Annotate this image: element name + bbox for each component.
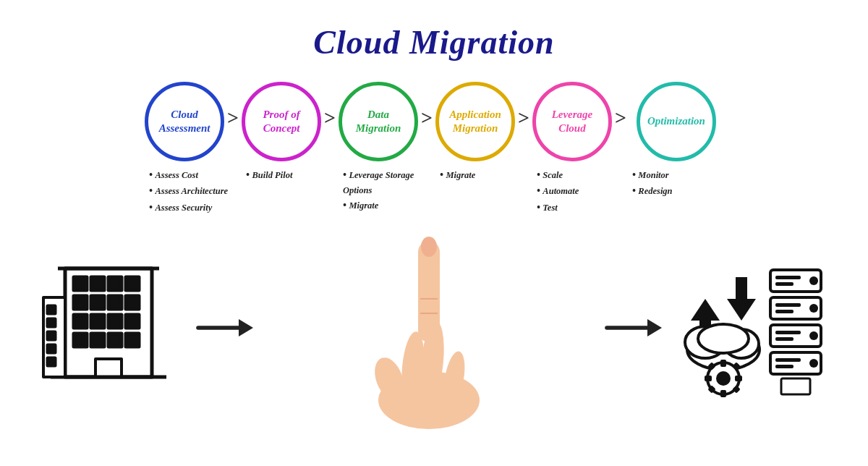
bullets-leverage-cloud: Scale Automate Test: [534, 167, 628, 216]
arrow-2: >: [324, 106, 336, 130]
step-proof-of-concept: Proof ofConcept > Build Pilot: [242, 82, 339, 211]
arrow-1: >: [227, 106, 239, 130]
svg-rect-49: [720, 360, 726, 367]
bullets-optimization: Monitor Redesign: [629, 167, 723, 211]
arrow-5: >: [615, 106, 626, 130]
svg-point-48: [716, 371, 731, 386]
bottom-section: [0, 219, 868, 429]
svg-rect-22: [48, 319, 55, 326]
svg-point-58: [809, 276, 818, 285]
svg-rect-18: [95, 359, 122, 377]
svg-point-66: [809, 331, 818, 340]
svg-rect-24: [48, 345, 55, 352]
svg-rect-68: [775, 337, 793, 341]
steps-row: CloudAssessment > Assess Cost Assess Arc…: [0, 82, 868, 216]
svg-rect-21: [48, 306, 55, 313]
arrow-hand-to-cloud: [604, 310, 662, 346]
circle-optimization: Optimization: [637, 82, 716, 161]
circle-proof-of-concept: Proof ofConcept: [242, 82, 321, 161]
bullets-proof-of-concept: Build Pilot: [243, 167, 337, 211]
svg-point-70: [809, 359, 818, 368]
arrow-3: >: [421, 106, 433, 130]
svg-rect-50: [720, 390, 726, 397]
svg-rect-42: [736, 277, 747, 299]
svg-rect-63: [775, 303, 801, 307]
bullets-application-migration: Migrate: [437, 167, 531, 211]
step-optimization: Optimization Monitor Redesign: [629, 82, 723, 211]
svg-rect-71: [775, 358, 801, 362]
svg-point-46: [698, 324, 749, 353]
step-application-migration: ApplicationMigration > Migrate: [435, 82, 532, 211]
svg-rect-2: [74, 277, 87, 290]
svg-rect-9: [126, 296, 139, 309]
svg-rect-23: [48, 332, 55, 339]
svg-rect-73: [781, 378, 810, 394]
svg-marker-39: [691, 299, 720, 321]
svg-rect-52: [735, 376, 742, 381]
svg-rect-15: [91, 334, 104, 347]
svg-rect-14: [74, 334, 87, 347]
svg-marker-41: [727, 299, 756, 321]
circle-leverage-cloud: LeverageCloud: [532, 82, 612, 161]
svg-rect-3: [91, 277, 104, 290]
svg-rect-13: [126, 315, 139, 328]
svg-rect-59: [775, 276, 801, 279]
svg-rect-60: [775, 282, 793, 286]
circle-application-migration: ApplicationMigration: [435, 82, 515, 161]
building-icon: [43, 254, 188, 402]
svg-marker-38: [647, 319, 662, 336]
svg-rect-64: [775, 310, 793, 313]
svg-rect-17: [126, 334, 139, 347]
circle-cloud-assessment: CloudAssessment: [145, 82, 224, 161]
svg-point-34: [421, 237, 437, 257]
hand-pointing: [260, 226, 597, 429]
svg-rect-72: [775, 365, 793, 368]
cloud-server-icon: [669, 255, 825, 400]
circle-data-migration: DataMigration: [339, 82, 418, 161]
svg-rect-16: [109, 334, 122, 347]
svg-rect-11: [91, 315, 104, 328]
arrow-4: >: [518, 106, 529, 130]
svg-rect-10: [74, 315, 87, 328]
svg-rect-6: [74, 296, 87, 309]
step-cloud-assessment: CloudAssessment > Assess Cost Assess Arc…: [145, 82, 242, 216]
bullets-data-migration: Leverage Storage Options Migrate: [340, 167, 434, 214]
arrow-building-to-hand: [195, 310, 253, 346]
svg-marker-27: [239, 319, 253, 336]
svg-rect-12: [109, 315, 122, 328]
svg-rect-8: [109, 296, 122, 309]
svg-point-62: [809, 304, 818, 313]
svg-rect-5: [126, 277, 139, 290]
step-data-migration: DataMigration > Leverage Storage Options…: [339, 82, 435, 214]
bullets-cloud-assessment: Assess Cost Assess Architecture Assess S…: [146, 167, 240, 216]
step-leverage-cloud: LeverageCloud > Scale Automate Test: [532, 82, 629, 216]
page-title: Cloud Migration: [0, 0, 868, 62]
svg-rect-67: [775, 331, 801, 334]
svg-rect-25: [48, 358, 55, 365]
svg-rect-4: [109, 277, 122, 290]
svg-rect-7: [91, 296, 104, 309]
svg-rect-51: [705, 376, 712, 381]
